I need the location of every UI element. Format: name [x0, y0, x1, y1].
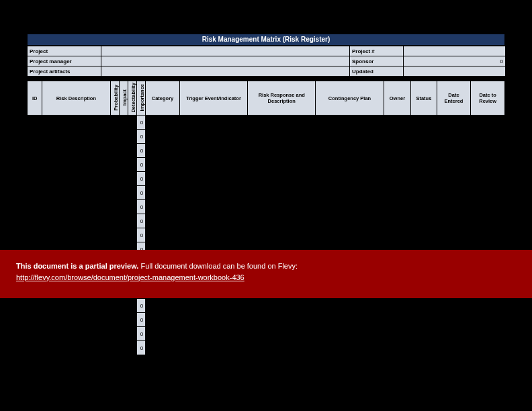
empty-cell[interactable] — [316, 228, 384, 242]
importance-cell[interactable]: 0 — [137, 341, 146, 355]
empty-cell[interactable] — [146, 200, 180, 214]
empty-cell[interactable] — [110, 144, 119, 158]
empty-cell[interactable] — [384, 158, 411, 172]
empty-cell[interactable] — [248, 228, 316, 242]
empty-cell[interactable] — [437, 130, 471, 144]
empty-cell[interactable] — [179, 116, 247, 130]
importance-cell[interactable]: 0 — [137, 116, 146, 130]
empty-cell[interactable] — [146, 327, 180, 341]
empty-cell[interactable] — [316, 144, 384, 158]
empty-cell[interactable] — [411, 327, 437, 341]
empty-cell[interactable] — [437, 144, 471, 158]
empty-cell[interactable] — [411, 313, 437, 327]
empty-cell[interactable] — [179, 172, 247, 186]
empty-cell[interactable] — [146, 144, 180, 158]
empty-cell[interactable] — [248, 158, 316, 172]
empty-cell[interactable] — [146, 116, 180, 130]
empty-cell[interactable] — [384, 144, 411, 158]
empty-cell[interactable] — [110, 158, 119, 172]
empty-cell[interactable] — [384, 130, 411, 144]
empty-cell[interactable] — [42, 144, 110, 158]
empty-cell[interactable] — [411, 228, 437, 242]
empty-cell[interactable] — [128, 200, 136, 214]
empty-cell[interactable] — [316, 172, 384, 186]
empty-cell[interactable] — [411, 200, 437, 214]
importance-cell[interactable]: 0 — [137, 186, 146, 200]
empty-cell[interactable] — [110, 313, 119, 327]
empty-cell[interactable] — [248, 186, 316, 200]
empty-cell[interactable] — [128, 144, 136, 158]
empty-cell[interactable] — [119, 144, 128, 158]
importance-cell[interactable]: 0 — [137, 200, 146, 214]
empty-cell[interactable] — [42, 327, 110, 341]
banner-link[interactable]: http://flevy.com/browse/document/project… — [16, 273, 245, 281]
empty-cell[interactable] — [128, 327, 136, 341]
empty-cell[interactable] — [248, 130, 316, 144]
empty-cell[interactable] — [437, 313, 471, 327]
empty-cell[interactable] — [248, 200, 316, 214]
empty-cell[interactable] — [384, 200, 411, 214]
empty-cell[interactable] — [110, 200, 119, 214]
empty-cell[interactable] — [28, 158, 42, 172]
empty-cell[interactable] — [110, 228, 119, 242]
empty-cell[interactable] — [411, 341, 437, 355]
empty-cell[interactable] — [384, 214, 411, 228]
empty-cell[interactable] — [179, 144, 247, 158]
empty-cell[interactable] — [42, 228, 110, 242]
empty-cell[interactable] — [437, 327, 471, 341]
empty-cell[interactable] — [471, 172, 505, 186]
empty-cell[interactable] — [128, 158, 136, 172]
empty-cell[interactable] — [42, 158, 110, 172]
empty-cell[interactable] — [437, 158, 471, 172]
empty-cell[interactable] — [384, 327, 411, 341]
empty-cell[interactable] — [471, 130, 505, 144]
empty-cell[interactable] — [316, 158, 384, 172]
empty-cell[interactable] — [42, 214, 110, 228]
empty-cell[interactable] — [316, 200, 384, 214]
empty-cell[interactable] — [119, 228, 128, 242]
importance-cell[interactable]: 0 — [137, 144, 146, 158]
importance-cell[interactable]: 0 — [137, 130, 146, 144]
empty-cell[interactable] — [28, 130, 42, 144]
empty-cell[interactable] — [179, 186, 247, 200]
empty-cell[interactable] — [42, 130, 110, 144]
empty-cell[interactable] — [119, 116, 128, 130]
empty-cell[interactable] — [42, 341, 110, 355]
empty-cell[interactable] — [42, 116, 110, 130]
empty-cell[interactable] — [384, 313, 411, 327]
empty-cell[interactable] — [128, 172, 136, 186]
empty-cell[interactable] — [384, 116, 411, 130]
empty-cell[interactable] — [471, 299, 505, 313]
empty-cell[interactable] — [110, 327, 119, 341]
empty-cell[interactable] — [471, 214, 505, 228]
empty-cell[interactable] — [471, 200, 505, 214]
empty-cell[interactable] — [128, 130, 136, 144]
empty-cell[interactable] — [128, 313, 136, 327]
empty-cell[interactable] — [411, 158, 437, 172]
artifacts-value[interactable] — [101, 66, 350, 77]
importance-cell[interactable]: 0 — [137, 327, 146, 341]
empty-cell[interactable] — [28, 228, 42, 242]
empty-cell[interactable] — [316, 327, 384, 341]
empty-cell[interactable] — [119, 186, 128, 200]
empty-cell[interactable] — [146, 158, 180, 172]
importance-cell[interactable]: 0 — [137, 214, 146, 228]
empty-cell[interactable] — [248, 313, 316, 327]
empty-cell[interactable] — [128, 228, 136, 242]
empty-cell[interactable] — [471, 144, 505, 158]
empty-cell[interactable] — [119, 341, 128, 355]
importance-cell[interactable]: 0 — [137, 228, 146, 242]
empty-cell[interactable] — [471, 327, 505, 341]
empty-cell[interactable] — [411, 214, 437, 228]
empty-cell[interactable] — [248, 116, 316, 130]
empty-cell[interactable] — [437, 172, 471, 186]
empty-cell[interactable] — [110, 116, 119, 130]
empty-cell[interactable] — [119, 327, 128, 341]
empty-cell[interactable] — [179, 313, 247, 327]
empty-cell[interactable] — [471, 158, 505, 172]
empty-cell[interactable] — [128, 186, 136, 200]
empty-cell[interactable] — [28, 299, 42, 313]
empty-cell[interactable] — [384, 299, 411, 313]
empty-cell[interactable] — [248, 341, 316, 355]
empty-cell[interactable] — [384, 186, 411, 200]
